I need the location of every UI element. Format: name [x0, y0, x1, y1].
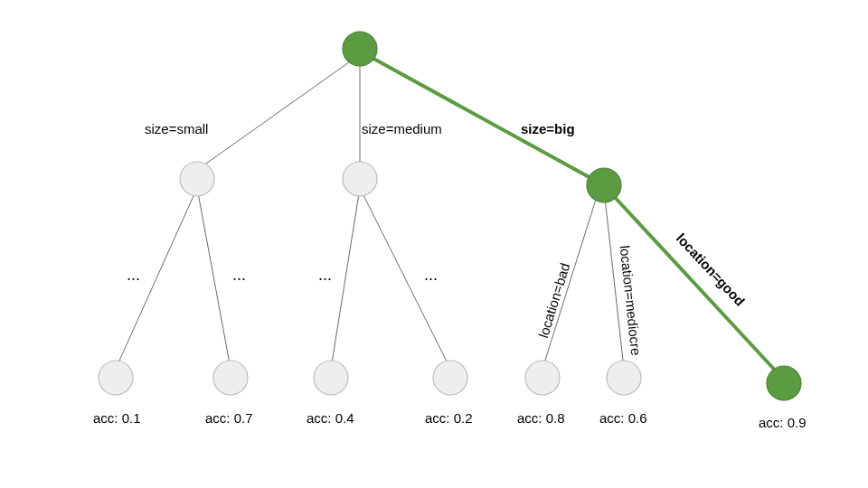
acc-6: acc: 0.6	[599, 410, 647, 426]
edge-small-right	[197, 188, 231, 369]
label-size-small: size=small	[145, 121, 208, 136]
leaf-2	[213, 361, 248, 395]
decision-tree-diagram: size=small size=medium size=big ... ... …	[0, 0, 868, 488]
leaf-1	[99, 361, 133, 395]
leaf-4	[433, 361, 467, 395]
acc-1: acc: 0.1	[93, 410, 141, 426]
acc-5: acc: 0.8	[517, 410, 565, 426]
leaf-6	[607, 361, 641, 395]
leaf-7	[767, 366, 801, 400]
label-loc-med: location=mediocre	[618, 245, 645, 356]
label-size-big: size=big	[521, 121, 575, 136]
label-loc-bad: location=bad	[535, 261, 572, 340]
node-big	[587, 168, 621, 202]
node-medium	[343, 162, 377, 196]
leaf-5	[525, 361, 560, 395]
label-size-medium: size=medium	[362, 121, 442, 136]
edge-size-small	[197, 60, 353, 170]
leaf-3	[314, 361, 348, 395]
dots-medium-left: ...	[318, 266, 332, 284]
dots-small-right: ...	[232, 266, 246, 284]
acc-7: acc: 0.9	[759, 415, 807, 430]
dots-medium-right: ...	[424, 266, 438, 284]
acc-3: acc: 0.4	[307, 410, 354, 426]
acc-4: acc: 0.2	[425, 410, 473, 426]
acc-2: acc: 0.7	[205, 410, 253, 426]
dots-small-left: ...	[127, 266, 140, 284]
edge-medium-left	[331, 188, 360, 369]
edge-size-big	[369, 56, 594, 180]
edge-loc-bad	[542, 188, 599, 369]
node-small	[180, 162, 214, 196]
node-root	[343, 32, 377, 66]
label-loc-good: location=good	[674, 230, 749, 309]
